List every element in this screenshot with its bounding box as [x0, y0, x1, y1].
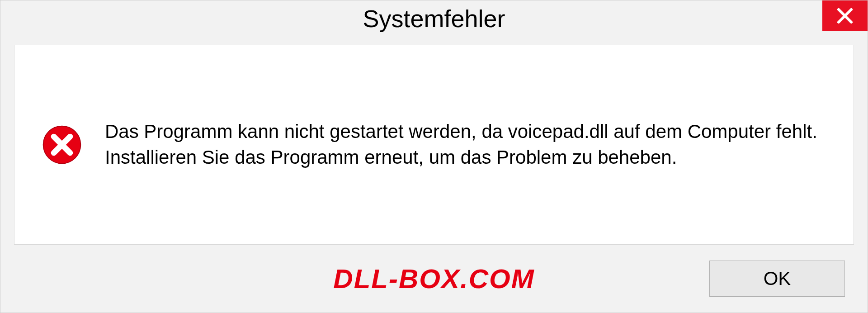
content-panel: Das Programm kann nicht gestartet werden…	[14, 45, 854, 245]
ok-button[interactable]: OK	[709, 261, 845, 297]
dialog-title: Systemfehler	[363, 5, 505, 33]
dialog-footer: DLL-BOX.COM OK	[0, 245, 868, 313]
error-dialog: Systemfehler Das Programm kann nicht ges…	[0, 0, 868, 313]
close-icon	[836, 7, 854, 25]
titlebar: Systemfehler	[0, 0, 868, 37]
watermark-text: DLL-BOX.COM	[333, 263, 534, 294]
close-button[interactable]	[822, 0, 868, 31]
error-message: Das Programm kann nicht gestartet werden…	[105, 119, 826, 170]
error-icon	[42, 124, 82, 165]
